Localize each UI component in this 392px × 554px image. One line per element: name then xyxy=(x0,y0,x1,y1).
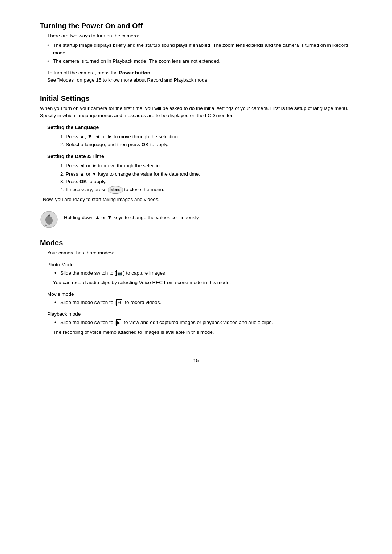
turning-power-bullets: The startup image displays briefly and t… xyxy=(47,42,352,65)
language-subtitle: Setting the Language xyxy=(47,124,352,130)
datetime-step-1: 1. Press ◄ or ► to move through the sele… xyxy=(58,161,352,170)
page-number: 15 xyxy=(40,358,352,363)
menu-button-icon: Menu xyxy=(108,186,123,194)
turning-power-intro: There are two ways to turn on the camera… xyxy=(47,32,352,40)
playback-mode-group: Playback mode Slide the mode switch to [… xyxy=(47,311,352,336)
language-subsection: Setting the Language 1. Press ▲, ▼, ◄ or… xyxy=(47,124,352,148)
playback-mode-subnote: The recording of voice memo attached to … xyxy=(53,329,352,336)
movie-mode-group: Movie mode Slide the mode switch to [🎞] … xyxy=(47,291,352,306)
playback-mode-bullets: Slide the mode switch to [▶] to view and… xyxy=(54,319,352,326)
photo-mode-group: Photo Mode Slide the mode switch to [📷] … xyxy=(47,262,352,287)
initial-settings-intro: When you turn on your camera for the fir… xyxy=(40,105,352,120)
turning-power-bullet-1: The startup image displays briefly and t… xyxy=(47,42,352,57)
language-step-1: 1. Press ▲, ▼, ◄ or ► to move through th… xyxy=(58,132,352,141)
movie-mode-label: Movie mode xyxy=(47,291,352,297)
turning-power-bullet-2: The camera is turned on in Playback mode… xyxy=(47,58,352,65)
power-off-line2: . xyxy=(150,70,152,75)
power-off-see: See "Modes" on page 15 to know more abou… xyxy=(47,77,209,83)
page-content: Turning the Power On and Off There are t… xyxy=(40,0,352,392)
turning-power-title: Turning the Power On and Off xyxy=(40,22,352,30)
movie-mode-bullet: Slide the mode switch to [🎞] to record v… xyxy=(54,299,352,306)
photo-mode-bullet: Slide the mode switch to [📷] to capture … xyxy=(54,270,352,277)
movie-mode-bullets: Slide the mode switch to [🎞] to record v… xyxy=(54,299,352,306)
datetime-steps: 1. Press ◄ or ► to move through the sele… xyxy=(58,161,352,194)
datetime-subtitle: Setting the Date & Time xyxy=(47,153,352,159)
photo-mode-label: Photo Mode xyxy=(47,262,352,267)
power-off-bold: Power button xyxy=(119,70,150,75)
datetime-step-3: 3. Press OK to apply. xyxy=(58,178,352,186)
language-steps: 1. Press ▲, ▼, ◄ or ► to move through th… xyxy=(58,132,352,148)
power-off-note: To turn off the camera, press the Power … xyxy=(47,69,352,84)
datetime-step-2: 2. Press ▲ or ▼ keys to change the value… xyxy=(58,170,352,178)
ready-text: Now, you are ready to start taking image… xyxy=(43,196,352,203)
playback-mode-label: Playback mode xyxy=(47,311,352,317)
photo-mode-icon: 📷 xyxy=(116,270,123,277)
turning-power-section: Turning the Power On and Off There are t… xyxy=(40,22,352,84)
datetime-subsection: Setting the Date & Time 1. Press ◄ or ► … xyxy=(47,153,352,194)
note-icon xyxy=(40,210,58,229)
modes-title: Modes xyxy=(40,239,352,247)
power-off-line1: To turn off the camera, press the xyxy=(47,70,119,75)
note-svg-icon xyxy=(40,210,58,229)
playback-mode-bullet: Slide the mode switch to [▶] to view and… xyxy=(54,319,352,326)
modes-intro: Your camera has three modes: xyxy=(47,249,352,257)
movie-mode-icon: 🎞 xyxy=(116,299,122,306)
playback-mode-icon: ▶ xyxy=(116,319,121,326)
note-box: Holding down ▲ or ▼ keys to change the v… xyxy=(40,210,352,229)
modes-section: Modes Your camera has three modes: Photo… xyxy=(40,239,352,336)
photo-mode-subnote: You can record audio clips by selecting … xyxy=(53,279,352,286)
language-step-2: 2. Select a language, and then press OK … xyxy=(58,141,352,149)
photo-mode-bullets: Slide the mode switch to [📷] to capture … xyxy=(54,270,352,277)
note-text: Holding down ▲ or ▼ keys to change the v… xyxy=(64,210,200,222)
initial-settings-section: Initial Settings When you turn on your c… xyxy=(40,94,352,229)
initial-settings-title: Initial Settings xyxy=(40,94,352,103)
datetime-step-4: 4. If necessary, press Menu to close the… xyxy=(58,186,352,194)
